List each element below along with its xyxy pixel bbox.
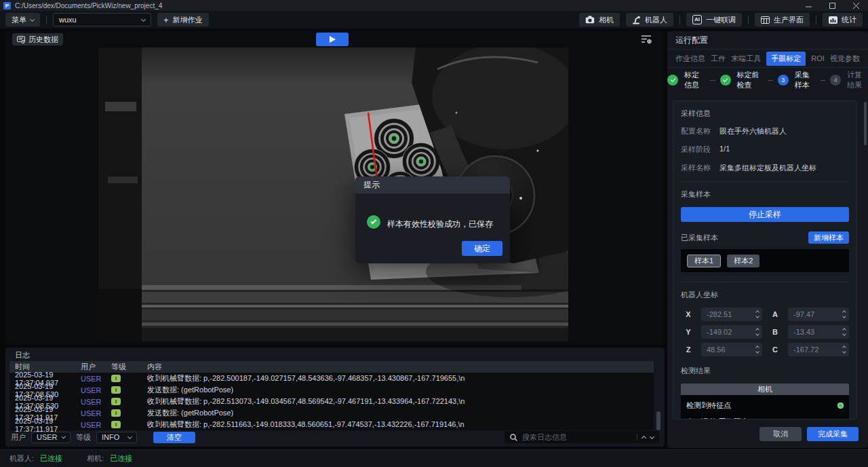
minimize-icon[interactable] bbox=[797, 0, 821, 11]
divider bbox=[637, 434, 637, 441]
sampling-card: 采样信息 配置名称 眼在手外六轴机器人 采样阶段 1/1 采样名称 采集多组标定… bbox=[673, 100, 857, 419]
step-label: 采集样本 bbox=[795, 70, 816, 90]
level-filter-select[interactable]: INFO bbox=[96, 432, 137, 443]
log-row[interactable]: 2025-03-19 17:37:08,530 USER I 收到机械臂数据: … bbox=[9, 396, 654, 407]
cancel-button[interactable]: 取消 bbox=[760, 427, 802, 441]
maximize-icon[interactable] bbox=[821, 0, 844, 11]
col-header-content: 内容 bbox=[147, 362, 654, 372]
stepper-icon[interactable] bbox=[843, 310, 846, 318]
viewer-panel: 历史数据 bbox=[5, 31, 665, 345]
production-view-button[interactable]: 生产界面 bbox=[755, 13, 810, 26]
stepper-icon[interactable] bbox=[756, 310, 759, 318]
detection-row: 检测到特征点 bbox=[681, 397, 849, 413]
log-search-input[interactable] bbox=[522, 433, 632, 441]
coord-y-input[interactable]: -149.02 bbox=[701, 325, 762, 339]
log-row[interactable]: 2025-03-19 17:37:11,917 USER I 发送数据: (ge… bbox=[9, 407, 654, 419]
tab-roi[interactable]: ROI bbox=[811, 54, 825, 62]
display-settings-button[interactable] bbox=[641, 34, 652, 47]
divider bbox=[679, 16, 680, 24]
step-done-icon bbox=[720, 75, 731, 86]
play-icon bbox=[330, 36, 336, 43]
step-active-number: 3 bbox=[778, 75, 789, 86]
collected-label: 已采集样本 bbox=[681, 233, 718, 243]
tab-vision-params[interactable]: 视觉参数 bbox=[830, 54, 860, 64]
detection-title: 检测结果 bbox=[681, 366, 849, 376]
step-connector bbox=[710, 80, 715, 81]
robot-coords-grid: X -282.51 A -97.47 Y -149.02 B -13.43 Z … bbox=[681, 307, 849, 356]
log-controls: 用户 USER 等级 INFO 清空 bbox=[11, 431, 659, 443]
sample-info-title: 采样信息 bbox=[681, 109, 849, 119]
window-controls bbox=[797, 0, 868, 11]
camera-icon bbox=[585, 16, 595, 24]
axis-x-label: X bbox=[681, 310, 696, 318]
info-level-icon: I bbox=[111, 421, 121, 428]
statistics-button[interactable]: 统计 bbox=[823, 13, 863, 26]
col-header-level: 等级 bbox=[111, 362, 147, 372]
dialog-ok-button[interactable]: 确定 bbox=[462, 241, 502, 256]
divider bbox=[681, 282, 849, 282]
job-select[interactable]: wuxu bbox=[53, 13, 151, 26]
stepper-icon[interactable] bbox=[843, 345, 846, 353]
tab-hand-eye-calibration[interactable]: 手眼标定 bbox=[766, 52, 806, 66]
log-search-box bbox=[505, 431, 659, 443]
divider bbox=[46, 16, 47, 24]
history-icon bbox=[17, 35, 25, 43]
grid-icon bbox=[761, 16, 770, 24]
user-filter-label: 用户 bbox=[11, 432, 26, 443]
close-icon[interactable] bbox=[844, 0, 868, 11]
log-row[interactable]: 2025-03-19 17:37:04,937 USER I 收到机械臂数据: … bbox=[9, 373, 654, 384]
sample-chip-1[interactable]: 样本1 bbox=[687, 255, 721, 267]
camera-button[interactable]: 相机 bbox=[579, 13, 620, 26]
history-data-button[interactable]: 历史数据 bbox=[12, 33, 63, 45]
divider bbox=[816, 16, 816, 24]
robot-arm-icon bbox=[632, 16, 641, 24]
finish-collect-button[interactable]: 完成采集 bbox=[807, 427, 859, 441]
panel-scrollbar[interactable] bbox=[864, 102, 867, 145]
level-filter-label: 等级 bbox=[76, 432, 91, 443]
statusbar: 机器人: 已连接 相机: 已连接 bbox=[0, 449, 868, 467]
search-next-icon[interactable] bbox=[650, 434, 654, 438]
toolbar-right: 相机 机器人 AI 一键联调 生产界面 统计 bbox=[579, 13, 863, 26]
axis-b-label: B bbox=[768, 328, 783, 336]
detection-results: 检测到特征点 点云误差(平均距离): 0.24448402013074585mm… bbox=[681, 395, 849, 419]
sample-chip-2[interactable]: 样本2 bbox=[727, 255, 760, 267]
info-level-icon: I bbox=[111, 409, 121, 417]
dialog-message: 样本有效性校验成功，已保存 bbox=[387, 219, 493, 230]
robot-button[interactable]: 机器人 bbox=[626, 13, 673, 26]
log-row[interactable]: 2025-03-19 17:37:11,917 USER I 收到机械臂数据: … bbox=[9, 419, 654, 430]
chevron-down-icon bbox=[127, 434, 132, 438]
coord-x-input[interactable]: -282.51 bbox=[701, 307, 762, 321]
chevron-down-icon bbox=[61, 434, 66, 439]
stepper-icon[interactable] bbox=[843, 327, 846, 335]
coord-z-input[interactable]: 48.56 bbox=[701, 343, 762, 356]
log-row[interactable]: 2025-03-19 17:37:08,530 USER I 发送数据: (ge… bbox=[9, 384, 654, 396]
coord-b-input[interactable]: -13.43 bbox=[788, 325, 849, 339]
log-scrollbar[interactable] bbox=[656, 373, 660, 430]
step-label: 标定信息 bbox=[684, 70, 705, 90]
ai-icon: AI bbox=[692, 15, 702, 24]
play-button[interactable] bbox=[316, 33, 349, 46]
tab-job-info[interactable]: 作业信息 bbox=[675, 54, 705, 64]
stepper-icon[interactable] bbox=[756, 327, 759, 335]
tab-workpiece[interactable]: 工件 bbox=[711, 54, 726, 64]
add-sample-button[interactable]: 新增样本 bbox=[808, 231, 849, 244]
menu-button[interactable]: 菜单 bbox=[5, 13, 40, 26]
user-filter-select[interactable]: USER bbox=[31, 432, 71, 443]
panel-footer: 取消 完成采集 bbox=[760, 427, 859, 441]
collect-title: 采集样本 bbox=[681, 189, 849, 200]
chevron-down-icon bbox=[30, 16, 35, 21]
titlebar: P C:/Users/dex/Documents/PickWiz/new_pro… bbox=[0, 0, 868, 11]
stepper-icon[interactable] bbox=[756, 345, 759, 353]
clear-log-button[interactable]: 清空 bbox=[153, 432, 195, 443]
axis-c-label: C bbox=[768, 345, 783, 354]
divider bbox=[748, 16, 749, 24]
search-prev-icon[interactable] bbox=[642, 435, 646, 440]
coord-c-input[interactable]: -167.72 bbox=[788, 343, 849, 356]
bar-chart-icon bbox=[829, 16, 837, 24]
coord-a-input[interactable]: -97.47 bbox=[788, 307, 849, 321]
tab-end-tool[interactable]: 末端工具 bbox=[731, 54, 761, 64]
step-done-icon bbox=[667, 75, 678, 86]
one-key-connect-button[interactable]: AI 一键联调 bbox=[686, 13, 742, 26]
new-job-button[interactable]: + 新增作业 bbox=[157, 13, 209, 26]
stop-sampling-button[interactable]: 停止采样 bbox=[681, 207, 849, 222]
